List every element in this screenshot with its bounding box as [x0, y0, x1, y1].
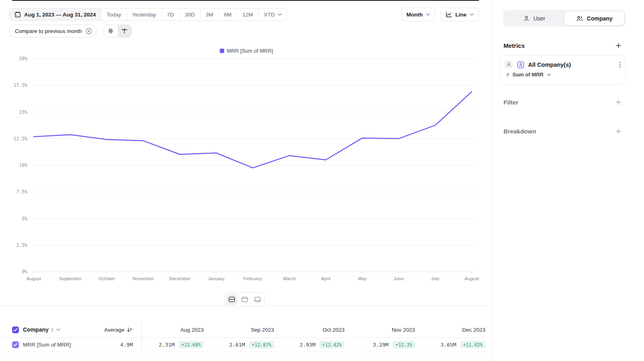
granularity-button[interactable]: Month: [401, 8, 435, 21]
cell-value: 3.29M: [373, 342, 388, 348]
report-panel: Aug 1, 2023 — Aug 31, 2024 Today Yesterd…: [0, 0, 493, 361]
table-column-divider: [142, 321, 142, 352]
tab-company[interactable]: Company: [564, 11, 624, 25]
column-header[interactable]: Nov 2023: [392, 327, 415, 333]
y-tick-label: 17.5%: [13, 82, 27, 88]
x-tick-label: August: [464, 276, 479, 281]
average-value: 4.9M: [120, 342, 133, 348]
date-range-button[interactable]: Aug 1, 2023 — Aug 31, 2024: [9, 8, 101, 21]
column-header[interactable]: Dec 2023: [462, 327, 485, 333]
sort-icon[interactable]: [127, 327, 133, 332]
entity-count: 1: [51, 327, 54, 333]
table-only-view-button[interactable]: [252, 294, 263, 305]
dismiss-icon[interactable]: [85, 28, 92, 35]
compare-chip-label: Compare to previous month: [15, 28, 82, 34]
date-controls: Aug 1, 2023 — Aug 31, 2024 Today Yesterd…: [9, 8, 287, 21]
metrics-title: Metrics: [504, 42, 525, 49]
preset-3m[interactable]: 3M: [200, 8, 219, 21]
select-all-checkbox[interactable]: [12, 326, 19, 333]
delta-badge: +12.42%: [320, 341, 345, 349]
toolbar: Aug 1, 2023 — Aug 31, 2024 Today Yesterd…: [9, 8, 479, 21]
add-filter-button[interactable]: [615, 99, 622, 106]
kebab-menu-icon[interactable]: [619, 62, 621, 68]
tab-user[interactable]: User: [504, 11, 564, 25]
layout-toggle: [224, 292, 265, 307]
compare-chip[interactable]: Compare to previous month: [9, 25, 97, 37]
cell-value: 3.65M: [440, 342, 456, 348]
chart-type-button[interactable]: Line: [440, 8, 479, 21]
top-panel-icon: [242, 297, 248, 302]
chart-type-label: Line: [455, 12, 466, 18]
arrow-up-from-line-icon: [121, 28, 128, 34]
y-tick-label: 0%: [22, 269, 27, 275]
cumulative-view-button[interactable]: [118, 25, 131, 37]
preset-7d[interactable]: 7D: [161, 8, 179, 21]
table-row: MRR [Sum of MRR] 4.9M 2.31M +12.68% 2.61…: [0, 338, 493, 352]
tab-company-label: Company: [587, 15, 613, 22]
top-divider: [12, 0, 479, 1]
split-view-button[interactable]: [226, 294, 237, 305]
date-range-label: Aug 1, 2023 — Aug 31, 2024: [24, 12, 96, 18]
entity-type-toggle: User Company: [503, 10, 625, 27]
metrics-section-header: Metrics: [504, 42, 622, 49]
cell-value: 2.61M: [229, 342, 245, 348]
preset-12m[interactable]: 12M: [237, 8, 258, 21]
chart-only-view-button[interactable]: [239, 294, 250, 305]
preset-xtd[interactable]: XTD: [258, 8, 287, 21]
filter-section-header: Filter: [504, 99, 622, 106]
breakdown-section-header: Breakdown: [504, 128, 622, 135]
breakdown-title: Breakdown: [504, 128, 536, 135]
config-sidebar: User Company Metrics A All Com: [493, 0, 644, 361]
x-tick-label: January: [208, 276, 225, 281]
users-icon: [576, 15, 583, 22]
legend-label: MRR [Sum of MRR]: [227, 48, 273, 54]
preset-6m[interactable]: 6M: [218, 8, 237, 21]
table-cell: 3.65M +11.02%: [415, 338, 485, 352]
add-metric-button[interactable]: [615, 42, 622, 49]
grid-view-button[interactable]: [104, 25, 118, 37]
company-badge-icon: [516, 61, 524, 69]
display-mode-toggle: [103, 25, 132, 37]
chart-config-buttons: Month Line: [401, 8, 479, 21]
chart-legend: MRR [Sum of MRR]: [0, 48, 493, 54]
aggregation-selector[interactable]: # Sum of MRR: [506, 72, 621, 78]
y-tick-label: 10%: [19, 162, 27, 168]
y-tick-label: 5%: [22, 216, 27, 222]
metric-row-label[interactable]: MRR [Sum of MRR]: [23, 342, 71, 348]
preset-today[interactable]: Today: [101, 8, 126, 21]
table-cell: 3.29M +12.3%: [345, 338, 415, 352]
chevron-down-icon: [278, 13, 282, 16]
row-checkbox[interactable]: [12, 341, 19, 348]
tab-user-label: User: [533, 15, 545, 22]
table-header: Company 1 Average Aug 2023 Sep 2023 Oct …: [0, 322, 493, 338]
preset-yesterday[interactable]: Yesterday: [126, 8, 161, 21]
add-breakdown-button[interactable]: [615, 128, 622, 135]
average-column-header[interactable]: Average: [104, 322, 133, 338]
table-cell: 2.31M +12.68%: [133, 338, 204, 352]
delta-badge: +12.87%: [249, 341, 274, 349]
month-column-headers: Aug 2023 Sep 2023 Oct 2023 Nov 2023 Dec …: [133, 322, 485, 338]
granularity-label: Month: [407, 12, 423, 18]
metric-name: All Company(s): [528, 62, 615, 68]
x-tick-label: February: [244, 276, 262, 281]
y-tick-label: 2.5%: [16, 242, 27, 248]
column-header[interactable]: Aug 2023: [180, 327, 204, 333]
delta-badge: +11.02%: [460, 341, 485, 349]
y-tick-label: 15%: [19, 109, 27, 115]
chart-svg: 0%2.5%5%7.5%10%12.5%15%17.5%20%AugustSep…: [0, 56, 493, 286]
preset-30d[interactable]: 30D: [179, 8, 200, 21]
column-header[interactable]: Sep 2023: [251, 327, 274, 333]
entity-column-label[interactable]: Company: [23, 326, 49, 333]
grid-icon: [107, 28, 114, 34]
x-tick-label: April: [321, 276, 330, 281]
line-chart-icon: [446, 11, 452, 18]
metric-card[interactable]: A All Company(s) # Sum of MRR: [500, 55, 626, 85]
chevron-down-icon: [470, 13, 474, 16]
x-tick-label: July: [431, 276, 440, 281]
chevron-down-icon[interactable]: [56, 328, 60, 331]
cell-value: 2.31M: [159, 342, 174, 348]
y-tick-label: 20%: [19, 56, 27, 62]
user-icon: [523, 15, 530, 22]
column-header[interactable]: Oct 2023: [322, 327, 345, 333]
filter-title: Filter: [504, 99, 518, 106]
